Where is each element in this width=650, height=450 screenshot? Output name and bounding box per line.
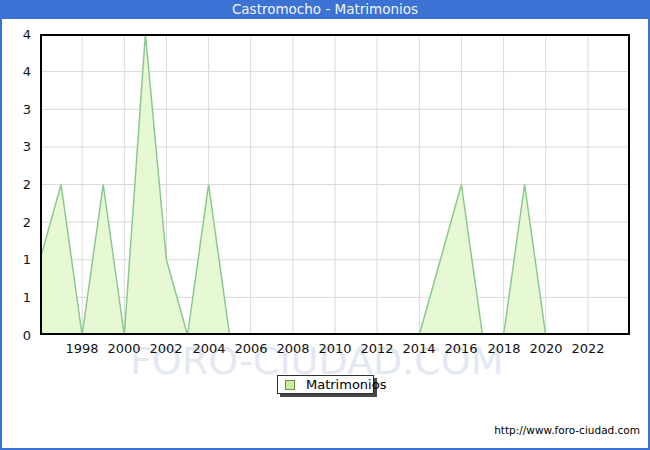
x-tick-label: 2014	[394, 341, 444, 356]
x-tick-label: 2012	[352, 341, 402, 356]
x-tick-label: 2008	[268, 341, 318, 356]
x-tick-label: 2018	[479, 341, 529, 356]
x-tick-label: 2004	[184, 341, 234, 356]
legend-label: Matrimonios	[306, 377, 386, 392]
y-tick-label: 0	[0, 328, 31, 343]
x-tick-label: 2010	[310, 341, 360, 356]
y-tick-label: 4	[0, 27, 31, 42]
chart-window: Castromocho - Matrimonios FORO-CIUDAD.CO…	[0, 0, 650, 450]
x-tick-label: 2002	[141, 341, 191, 356]
y-tick-label: 3	[0, 102, 31, 117]
x-tick-label: 1998	[57, 341, 107, 356]
legend: Matrimonios	[277, 375, 374, 394]
y-tick-label: 2	[0, 177, 31, 192]
legend-swatch	[285, 380, 295, 390]
x-tick-label: 2000	[99, 341, 149, 356]
source-url: http://www.foro-ciudad.com	[494, 424, 640, 436]
chart-title: Castromocho - Matrimonios	[232, 0, 418, 19]
x-tick-label: 2006	[226, 341, 276, 356]
x-tick-label: 2022	[563, 341, 613, 356]
y-tick-label: 4	[0, 64, 31, 79]
chart-svg	[40, 34, 630, 335]
y-tick-label: 1	[0, 252, 31, 267]
chart-title-bar: Castromocho - Matrimonios	[0, 0, 650, 19]
y-tick-label: 3	[0, 139, 31, 154]
plot-area	[40, 34, 630, 335]
x-tick-label: 2016	[436, 341, 486, 356]
y-tick-label: 1	[0, 290, 31, 305]
x-tick-label: 2020	[521, 341, 571, 356]
window-border-left	[0, 0, 2, 450]
y-tick-label: 2	[0, 215, 31, 230]
